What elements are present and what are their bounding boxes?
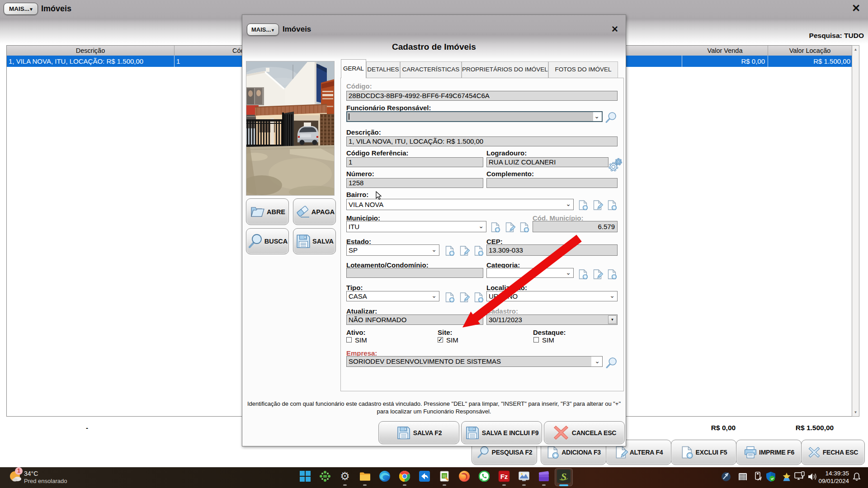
svg-text:Fz: Fz [500, 473, 508, 480]
